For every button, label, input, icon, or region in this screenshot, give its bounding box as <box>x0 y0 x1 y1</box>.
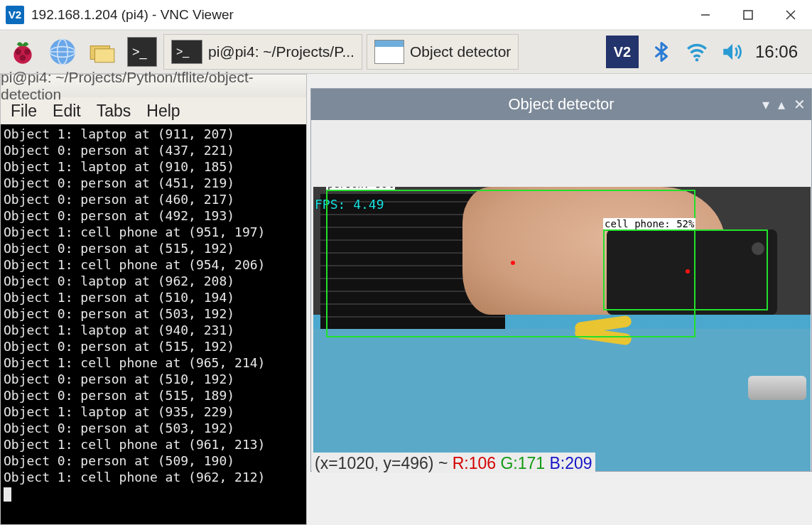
terminal-window: pi@pi4: ~/Projects/Python/tflite/object-… <box>0 74 307 525</box>
bluetooth-icon[interactable] <box>649 39 674 65</box>
close-button[interactable] <box>769 0 812 29</box>
pixel-readout: (x=1020, y=496) ~ R:106 G:171 B:209 <box>312 453 595 473</box>
wifi-icon[interactable] <box>684 39 710 65</box>
coords-g: G:171 <box>500 454 545 472</box>
terminal-output[interactable]: Object 1: laptop at (911, 207) Object 0:… <box>1 124 306 524</box>
detector-minimize-icon[interactable]: ▾ <box>762 96 769 113</box>
window-icon <box>374 40 404 64</box>
host-window-titlebar: V2 192.168.1.204 (pi4) - VNC Viewer <box>0 0 812 30</box>
vnc-viewer-icon: V2 <box>6 6 24 24</box>
web-browser-icon[interactable] <box>44 33 81 70</box>
svg-point-4 <box>13 46 31 64</box>
detection-center-dot <box>511 261 515 265</box>
detection-label: cell phone: 52% <box>603 218 695 229</box>
raspberry-menu-icon[interactable] <box>4 33 41 70</box>
taskbar-terminal-task[interactable]: >_ pi@pi4: ~/Projects/P... <box>163 34 362 70</box>
svg-point-5 <box>16 49 21 55</box>
terminal-icon: >_ <box>171 40 202 64</box>
menu-tabs[interactable]: Tabs <box>92 100 136 122</box>
coords-xy: (x=1020, y=496) ~ <box>315 454 453 472</box>
menu-edit[interactable]: Edit <box>48 100 85 122</box>
object-detector-window: Object detector ▾ ▴ ✕ FPS: 4.49 person: … <box>310 88 812 472</box>
volume-icon[interactable] <box>720 39 745 65</box>
tray-vnc-icon[interactable]: V2 <box>606 36 639 68</box>
coords-r: R:106 <box>453 454 496 472</box>
taskbar-task-label: Object detector <box>410 43 511 60</box>
detector-video-frame: FPS: 4.49 person: 58%cell phone: 52% <box>313 187 811 471</box>
terminal-title: pi@pi4: ~/Projects/Python/tflite/object-… <box>1 69 306 103</box>
scene-cylinder <box>748 376 806 400</box>
tray-clock[interactable]: 16:06 <box>755 42 798 62</box>
coords-b: B:209 <box>550 454 592 472</box>
svg-point-6 <box>24 49 30 55</box>
svg-point-7 <box>20 55 26 60</box>
detection-label: person: 58% <box>326 187 395 190</box>
detector-maximize-icon[interactable]: ▴ <box>778 96 785 113</box>
pi-taskbar: >_ >_ pi@pi4: ~/Projects/P... Object det… <box>0 30 812 74</box>
minimize-button[interactable] <box>684 0 727 29</box>
detector-titlebar[interactable]: Object detector ▾ ▴ ✕ <box>311 89 811 120</box>
terminal-titlebar[interactable]: pi@pi4: ~/Projects/Python/tflite/object-… <box>1 75 306 97</box>
taskbar-detector-task[interactable]: Object detector <box>367 34 519 70</box>
taskbar-task-label: pi@pi4: ~/Projects/P... <box>208 43 354 60</box>
svg-rect-13 <box>95 49 114 63</box>
file-manager-icon[interactable] <box>84 33 121 70</box>
scene-mat <box>313 329 811 471</box>
terminal-launcher-icon[interactable]: >_ <box>124 33 161 70</box>
menu-file[interactable]: File <box>6 100 41 122</box>
pi-desktop: pi@pi4: ~/Projects/Python/tflite/object-… <box>0 74 812 525</box>
detector-title: Object detector <box>508 95 614 114</box>
svg-rect-1 <box>744 11 752 19</box>
detector-close-icon[interactable]: ✕ <box>794 96 806 113</box>
svg-point-14 <box>695 58 699 62</box>
menu-help[interactable]: Help <box>142 100 184 122</box>
maximize-button[interactable] <box>727 0 769 29</box>
host-window-title: 192.168.1.204 (pi4) - VNC Viewer <box>31 7 684 23</box>
detection-center-dot <box>686 269 690 274</box>
